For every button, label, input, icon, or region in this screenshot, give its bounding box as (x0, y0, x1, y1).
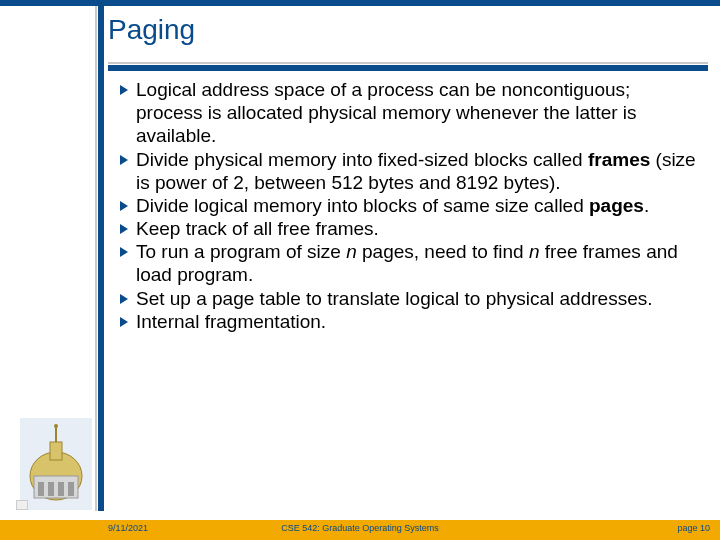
bullet-text: To run a program of size n pages, need t… (136, 241, 678, 285)
bullet-text: Divide logical memory into blocks of sam… (136, 195, 649, 216)
left-rail-thin (95, 6, 97, 511)
bullet-text: Internal fragmentation. (136, 311, 326, 332)
svg-rect-7 (48, 482, 54, 496)
title-rule-thick (108, 65, 708, 71)
bullet-list: Logical address space of a process can b… (118, 78, 698, 333)
bullet-text: Divide physical memory into fixed-sized … (136, 149, 696, 193)
capitol-dome-icon (20, 418, 92, 510)
header: Paging (108, 14, 708, 46)
bullet-item: Divide physical memory into fixed-sized … (118, 148, 698, 194)
svg-rect-3 (50, 442, 62, 460)
content: Logical address space of a process can b… (118, 78, 698, 333)
bullet-item: Set up a page table to translate logical… (118, 287, 698, 310)
title-rule-thin (108, 62, 708, 64)
bullet-item: To run a program of size n pages, need t… (118, 240, 698, 286)
footer-date: 9/11/2021 (108, 523, 148, 533)
svg-rect-9 (68, 482, 74, 496)
bullet-text: Set up a page table to translate logical… (136, 288, 653, 309)
left-rail-thick (98, 6, 104, 511)
bullet-text: Keep track of all free frames. (136, 218, 379, 239)
footer-course: CSE 542: Graduate Operating Systems (281, 523, 439, 533)
bullet-item: Logical address space of a process can b… (118, 78, 698, 148)
top-border (0, 0, 720, 6)
page-title: Paging (108, 14, 708, 46)
bullet-item: Keep track of all free frames. (118, 217, 698, 240)
bullet-item: Divide logical memory into blocks of sam… (118, 194, 698, 217)
footer: 9/11/2021 CSE 542: Graduate Operating Sy… (0, 520, 720, 540)
svg-point-5 (54, 424, 58, 428)
footer-page-number: page 10 (677, 523, 710, 533)
svg-rect-6 (38, 482, 44, 496)
svg-rect-8 (58, 482, 64, 496)
corner-square (16, 500, 28, 510)
bullet-item: Internal fragmentation. (118, 310, 698, 333)
bullet-text: Logical address space of a process can b… (136, 79, 637, 146)
